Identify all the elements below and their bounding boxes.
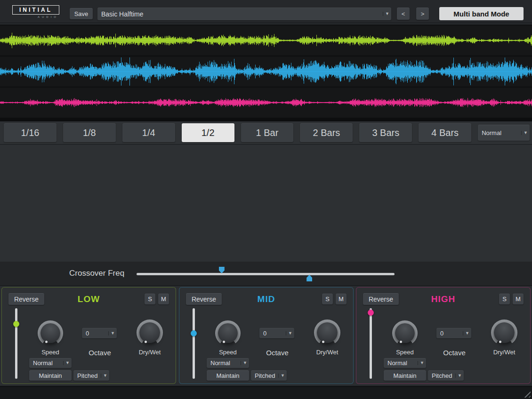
logo-audio-text: AUDIO [12, 16, 59, 18]
knob-indicator-dot [499, 341, 501, 343]
knob-body [218, 323, 238, 343]
stretch-mode-value: Normal [478, 129, 521, 136]
division-row: 1/16 1/8 1/4 1/2 1 Bar 2 Bars 3 Bars 4 B… [0, 121, 532, 145]
solo-button[interactable]: S [145, 294, 155, 304]
speed-knob[interactable] [215, 320, 241, 346]
band-section: Reverse LOW S M Speed 0 ▼ Octave Dry/W [0, 286, 532, 386]
octave-value: 0 [82, 330, 108, 337]
playback-mode-value: Normal [29, 359, 63, 367]
division-button-2-bars[interactable]: 2 Bars [300, 123, 353, 142]
band-drywet-label: Dry/Wet [485, 349, 523, 356]
band-level-slider[interactable] [367, 308, 374, 379]
mute-button[interactable]: M [513, 294, 524, 304]
octave-dropdown[interactable]: 0 ▼ [436, 328, 471, 338]
octave-dropdown[interactable]: 0 ▼ [82, 328, 117, 338]
chevron-down-icon: ▼ [521, 131, 530, 135]
maintain-button[interactable]: Maintain [29, 370, 72, 381]
crossover-slider-track[interactable] [137, 273, 395, 275]
stretch-mode-dropdown[interactable]: Normal ▼ [478, 125, 530, 141]
speed-label: Speed [209, 349, 247, 356]
knob-body [139, 322, 160, 343]
division-button-1-8[interactable]: 1/8 [63, 123, 116, 142]
division-button-3-bars[interactable]: 3 Bars [359, 123, 412, 142]
resize-grip-icon[interactable] [522, 389, 531, 398]
top-bar: INITIAL AUDIO Save Basic Halftime ▼ < > … [0, 0, 532, 24]
playback-mode-value: Normal [207, 359, 241, 367]
pitch-mode-value: Pitched [73, 372, 101, 379]
reverse-button[interactable]: Reverse [363, 293, 399, 305]
slowmo2-plugin-window: INITIAL AUDIO Save Basic Halftime ▼ < > … [0, 0, 532, 399]
initial-audio-logo: INITIAL AUDIO [12, 5, 59, 18]
band-level-slider-handle[interactable] [191, 330, 197, 336]
band-level-slider-handle[interactable] [13, 321, 19, 327]
mute-button[interactable]: M [158, 294, 169, 304]
division-button-4-bars[interactable]: 4 Bars [419, 123, 471, 142]
pitch-mode-dropdown[interactable]: Pitched ▼ [251, 370, 287, 381]
maintain-button[interactable]: Maintain [207, 370, 249, 381]
crossover-handle-mid-high[interactable] [306, 275, 312, 281]
preset-value: Basic Halftime [97, 10, 383, 18]
octave-label: Octave [81, 349, 119, 357]
slider-track [370, 308, 372, 379]
band-level-slider[interactable] [190, 308, 197, 379]
mute-button[interactable]: M [336, 294, 347, 304]
solo-button[interactable]: S [499, 294, 510, 304]
division-button-1-16[interactable]: 1/16 [4, 123, 56, 142]
knob-indicator-dot [145, 341, 147, 343]
division-button-1-4[interactable]: 1/4 [122, 123, 175, 142]
octave-dropdown[interactable]: 0 ▼ [259, 328, 294, 338]
band-panel-low: Reverse LOW S M Speed 0 ▼ Octave Dry/W [1, 287, 176, 384]
band-level-slider-handle[interactable] [368, 310, 374, 316]
waveform-high [0, 88, 532, 118]
division-button-1-bar[interactable]: 1 Bar [241, 123, 294, 142]
band-panel-mid: Reverse MID S M Speed 0 ▼ Octave Dry/W [179, 287, 354, 384]
knob-body [317, 322, 338, 343]
band-drywet-knob[interactable] [137, 319, 163, 346]
chevron-down-icon: ▼ [418, 361, 426, 365]
reverse-button[interactable]: Reverse [186, 293, 222, 305]
preset-prev-button[interactable]: < [397, 8, 410, 20]
main-panel: Smooth Blend Fast ▼ Fade In SlowMo 2 Fas… [0, 146, 532, 262]
speed-knob[interactable] [38, 320, 63, 346]
playback-mode-dropdown[interactable]: Normal ▼ [207, 358, 249, 368]
logo-initial-text: INITIAL [12, 5, 59, 15]
octave-label: Octave [435, 349, 473, 357]
band-drywet-knob[interactable] [491, 319, 517, 346]
chevron-down-icon: ▼ [383, 12, 391, 16]
speed-knob[interactable] [392, 320, 418, 346]
division-button-1-2[interactable]: 1/2 [182, 123, 234, 142]
solo-button[interactable]: S [322, 294, 333, 304]
save-button[interactable]: Save [70, 8, 93, 19]
pitch-mode-value: Pitched [251, 372, 278, 379]
maintain-button[interactable]: Maintain [384, 370, 426, 381]
chevron-down-icon: ▼ [463, 331, 471, 335]
octave-value: 0 [259, 330, 286, 337]
octave-value: 0 [436, 330, 463, 337]
chevron-down-icon: ▼ [241, 361, 249, 365]
playback-mode-dropdown[interactable]: Normal ▼ [384, 358, 426, 368]
crossover-handle-low-mid[interactable] [219, 267, 225, 273]
bottom-bar [0, 386, 532, 399]
preset-next-button[interactable]: > [416, 8, 429, 20]
chevron-down-icon: ▼ [63, 361, 72, 365]
band-drywet-knob[interactable] [314, 319, 340, 346]
pitch-mode-dropdown[interactable]: Pitched ▼ [73, 370, 109, 381]
multi-band-mode-button[interactable]: Multi band Mode [439, 7, 524, 20]
waveform-display [0, 24, 532, 121]
band-drywet-label: Dry/Wet [131, 349, 169, 356]
playback-mode-dropdown[interactable]: Normal ▼ [29, 358, 72, 368]
knob-indicator-dot [322, 341, 324, 343]
pitch-mode-dropdown[interactable]: Pitched ▼ [428, 370, 464, 381]
speed-label: Speed [386, 349, 424, 356]
knob-body [40, 323, 60, 343]
reverse-button[interactable]: Reverse [8, 293, 44, 305]
knob-indicator-dot [45, 341, 48, 343]
slider-track [193, 308, 195, 379]
pitch-mode-value: Pitched [428, 372, 455, 379]
preset-dropdown[interactable]: Basic Halftime ▼ [97, 8, 391, 20]
band-level-slider[interactable] [12, 308, 20, 379]
chevron-down-icon: ▼ [455, 374, 464, 378]
chevron-down-icon: ▼ [286, 331, 294, 335]
crossover-freq-label: Crossover Freq [69, 269, 124, 278]
speed-label: Speed [32, 349, 69, 356]
